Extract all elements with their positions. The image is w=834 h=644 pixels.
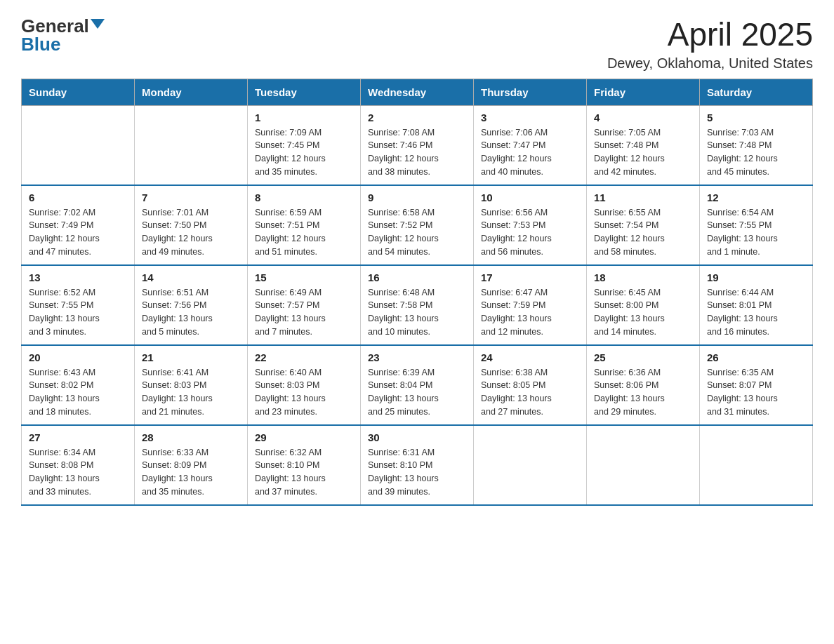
day-info: Sunrise: 7:01 AM Sunset: 7:50 PM Dayligh… xyxy=(142,206,240,259)
day-number: 5 xyxy=(707,112,805,123)
day-number: 24 xyxy=(481,351,579,363)
day-info: Sunrise: 6:58 AM Sunset: 7:52 PM Dayligh… xyxy=(368,206,466,259)
title-section: April 2025 Dewey, Oklahoma, United State… xyxy=(607,17,813,72)
calendar-cell: 16Sunrise: 6:48 AM Sunset: 7:58 PM Dayli… xyxy=(361,265,474,345)
calendar-cell: 3Sunrise: 7:06 AM Sunset: 7:47 PM Daylig… xyxy=(474,105,587,185)
day-info: Sunrise: 6:32 AM Sunset: 8:10 PM Dayligh… xyxy=(255,446,353,499)
day-header-tuesday: Tuesday xyxy=(248,79,361,105)
day-header-friday: Friday xyxy=(587,79,700,105)
calendar-cell: 11Sunrise: 6:55 AM Sunset: 7:54 PM Dayli… xyxy=(587,185,700,265)
calendar-cell: 29Sunrise: 6:32 AM Sunset: 8:10 PM Dayli… xyxy=(248,425,361,505)
calendar-cell: 25Sunrise: 6:36 AM Sunset: 8:06 PM Dayli… xyxy=(587,345,700,425)
day-info: Sunrise: 6:43 AM Sunset: 8:02 PM Dayligh… xyxy=(29,366,127,419)
day-info: Sunrise: 6:56 AM Sunset: 7:53 PM Dayligh… xyxy=(481,206,579,259)
day-info: Sunrise: 6:45 AM Sunset: 8:00 PM Dayligh… xyxy=(594,286,692,339)
day-info: Sunrise: 6:47 AM Sunset: 7:59 PM Dayligh… xyxy=(481,286,579,339)
day-info: Sunrise: 6:49 AM Sunset: 7:57 PM Dayligh… xyxy=(255,286,353,339)
day-info: Sunrise: 6:52 AM Sunset: 7:55 PM Dayligh… xyxy=(29,286,127,339)
day-number: 28 xyxy=(142,431,240,443)
day-number: 30 xyxy=(368,431,466,443)
calendar-cell: 10Sunrise: 6:56 AM Sunset: 7:53 PM Dayli… xyxy=(474,185,587,265)
day-number: 22 xyxy=(255,351,353,363)
day-info: Sunrise: 6:31 AM Sunset: 8:10 PM Dayligh… xyxy=(368,446,466,499)
day-info: Sunrise: 6:39 AM Sunset: 8:04 PM Dayligh… xyxy=(368,366,466,419)
calendar-cell: 24Sunrise: 6:38 AM Sunset: 8:05 PM Dayli… xyxy=(474,345,587,425)
week-row-2: 6Sunrise: 7:02 AM Sunset: 7:49 PM Daylig… xyxy=(22,185,813,265)
day-number: 15 xyxy=(255,271,353,283)
week-row-5: 27Sunrise: 6:34 AM Sunset: 8:08 PM Dayli… xyxy=(22,425,813,505)
calendar-cell: 6Sunrise: 7:02 AM Sunset: 7:49 PM Daylig… xyxy=(22,185,135,265)
logo-triangle-icon xyxy=(91,19,105,29)
month-title: April 2025 xyxy=(607,17,813,53)
day-number: 11 xyxy=(594,192,692,203)
day-info: Sunrise: 6:51 AM Sunset: 7:56 PM Dayligh… xyxy=(142,286,240,339)
day-number: 4 xyxy=(594,112,692,123)
day-number: 3 xyxy=(481,112,579,123)
calendar-cell: 8Sunrise: 6:59 AM Sunset: 7:51 PM Daylig… xyxy=(248,185,361,265)
day-info: Sunrise: 7:09 AM Sunset: 7:45 PM Dayligh… xyxy=(255,126,353,179)
day-info: Sunrise: 6:54 AM Sunset: 7:55 PM Dayligh… xyxy=(707,206,805,259)
day-number: 21 xyxy=(142,351,240,363)
day-number: 1 xyxy=(255,112,353,123)
day-info: Sunrise: 6:34 AM Sunset: 8:08 PM Dayligh… xyxy=(29,446,127,499)
day-info: Sunrise: 6:38 AM Sunset: 8:05 PM Dayligh… xyxy=(481,366,579,419)
week-row-1: 1Sunrise: 7:09 AM Sunset: 7:45 PM Daylig… xyxy=(22,105,813,185)
calendar-cell: 13Sunrise: 6:52 AM Sunset: 7:55 PM Dayli… xyxy=(22,265,135,345)
day-info: Sunrise: 6:48 AM Sunset: 7:58 PM Dayligh… xyxy=(368,286,466,339)
day-number: 25 xyxy=(594,351,692,363)
day-header-thursday: Thursday xyxy=(474,79,587,105)
calendar-cell: 21Sunrise: 6:41 AM Sunset: 8:03 PM Dayli… xyxy=(135,345,248,425)
calendar-cell: 9Sunrise: 6:58 AM Sunset: 7:52 PM Daylig… xyxy=(361,185,474,265)
day-number: 23 xyxy=(368,351,466,363)
calendar-cell: 15Sunrise: 6:49 AM Sunset: 7:57 PM Dayli… xyxy=(248,265,361,345)
calendar-cell: 18Sunrise: 6:45 AM Sunset: 8:00 PM Dayli… xyxy=(587,265,700,345)
calendar-cell: 17Sunrise: 6:47 AM Sunset: 7:59 PM Dayli… xyxy=(474,265,587,345)
day-number: 13 xyxy=(29,271,127,283)
day-number: 14 xyxy=(142,271,240,283)
logo: General Blue xyxy=(21,17,105,53)
day-number: 19 xyxy=(707,271,805,283)
calendar-cell xyxy=(587,425,700,505)
day-number: 26 xyxy=(707,351,805,363)
day-info: Sunrise: 6:41 AM Sunset: 8:03 PM Dayligh… xyxy=(142,366,240,419)
day-number: 16 xyxy=(368,271,466,283)
day-info: Sunrise: 6:40 AM Sunset: 8:03 PM Dayligh… xyxy=(255,366,353,419)
calendar-cell: 4Sunrise: 7:05 AM Sunset: 7:48 PM Daylig… xyxy=(587,105,700,185)
calendar-cell: 27Sunrise: 6:34 AM Sunset: 8:08 PM Dayli… xyxy=(22,425,135,505)
calendar-cell: 1Sunrise: 7:09 AM Sunset: 7:45 PM Daylig… xyxy=(248,105,361,185)
calendar-cell: 12Sunrise: 6:54 AM Sunset: 7:55 PM Dayli… xyxy=(700,185,813,265)
calendar-cell: 7Sunrise: 7:01 AM Sunset: 7:50 PM Daylig… xyxy=(135,185,248,265)
day-info: Sunrise: 7:03 AM Sunset: 7:48 PM Dayligh… xyxy=(707,126,805,179)
day-number: 6 xyxy=(29,192,127,203)
calendar-cell: 20Sunrise: 6:43 AM Sunset: 8:02 PM Dayli… xyxy=(22,345,135,425)
day-number: 27 xyxy=(29,431,127,443)
calendar-cell: 19Sunrise: 6:44 AM Sunset: 8:01 PM Dayli… xyxy=(700,265,813,345)
day-header-monday: Monday xyxy=(135,79,248,105)
day-info: Sunrise: 6:33 AM Sunset: 8:09 PM Dayligh… xyxy=(142,446,240,499)
calendar-cell xyxy=(22,105,135,185)
day-number: 7 xyxy=(142,192,240,203)
day-info: Sunrise: 7:06 AM Sunset: 7:47 PM Dayligh… xyxy=(481,126,579,179)
calendar-cell: 2Sunrise: 7:08 AM Sunset: 7:46 PM Daylig… xyxy=(361,105,474,185)
day-info: Sunrise: 7:08 AM Sunset: 7:46 PM Dayligh… xyxy=(368,126,466,179)
day-header-wednesday: Wednesday xyxy=(361,79,474,105)
day-number: 10 xyxy=(481,192,579,203)
logo-general-text: General xyxy=(21,17,89,35)
calendar-cell xyxy=(135,105,248,185)
day-number: 17 xyxy=(481,271,579,283)
day-number: 29 xyxy=(255,431,353,443)
calendar-cell: 30Sunrise: 6:31 AM Sunset: 8:10 PM Dayli… xyxy=(361,425,474,505)
calendar-cell xyxy=(700,425,813,505)
calendar-cell xyxy=(474,425,587,505)
calendar-table: SundayMondayTuesdayWednesdayThursdayFrid… xyxy=(21,79,813,506)
calendar-cell: 26Sunrise: 6:35 AM Sunset: 8:07 PM Dayli… xyxy=(700,345,813,425)
day-info: Sunrise: 6:35 AM Sunset: 8:07 PM Dayligh… xyxy=(707,366,805,419)
day-info: Sunrise: 7:05 AM Sunset: 7:48 PM Dayligh… xyxy=(594,126,692,179)
day-info: Sunrise: 6:55 AM Sunset: 7:54 PM Dayligh… xyxy=(594,206,692,259)
page-header: General Blue April 2025 Dewey, Oklahoma,… xyxy=(21,17,813,72)
calendar-header-row: SundayMondayTuesdayWednesdayThursdayFrid… xyxy=(22,79,813,105)
day-number: 8 xyxy=(255,192,353,203)
day-header-sunday: Sunday xyxy=(22,79,135,105)
calendar-cell: 5Sunrise: 7:03 AM Sunset: 7:48 PM Daylig… xyxy=(700,105,813,185)
day-header-saturday: Saturday xyxy=(700,79,813,105)
